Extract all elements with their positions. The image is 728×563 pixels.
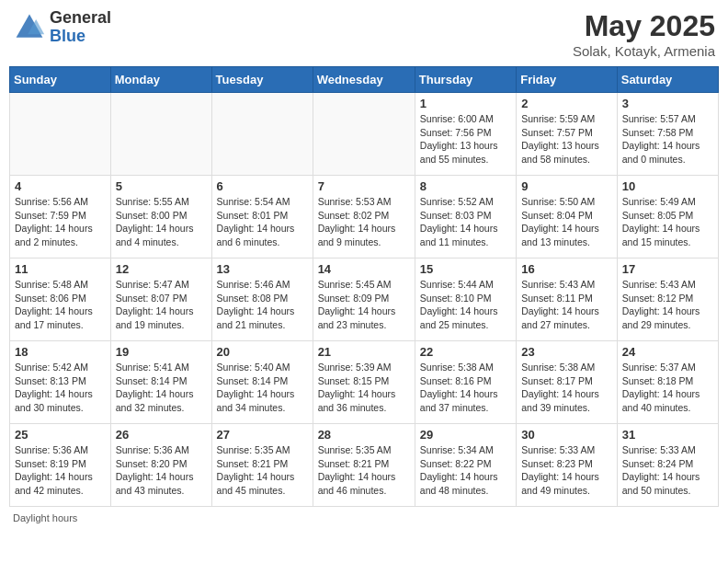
day-number: 20: [217, 345, 308, 359]
calendar-day-6: 6Sunrise: 5:54 AM Sunset: 8:01 PM Daylig…: [211, 176, 313, 259]
day-info: Sunrise: 5:36 AM Sunset: 8:20 PM Dayligh…: [116, 443, 207, 498]
day-info: Sunrise: 5:52 AM Sunset: 8:03 PM Dayligh…: [420, 195, 511, 249]
calendar-table: SundayMondayTuesdayWednesdayThursdayFrid…: [9, 66, 719, 507]
calendar-day-21: 21Sunrise: 5:39 AM Sunset: 8:15 PM Dayli…: [313, 341, 415, 424]
calendar-day-5: 5Sunrise: 5:55 AM Sunset: 8:00 PM Daylig…: [110, 176, 211, 259]
day-number: 15: [420, 262, 511, 276]
calendar-day-28: 28Sunrise: 5:35 AM Sunset: 8:21 PM Dayli…: [313, 424, 415, 507]
day-number: 14: [318, 262, 410, 276]
calendar-day-7: 7Sunrise: 5:53 AM Sunset: 8:02 PM Daylig…: [313, 176, 415, 259]
calendar-day-15: 15Sunrise: 5:44 AM Sunset: 8:10 PM Dayli…: [415, 259, 516, 341]
calendar-day-29: 29Sunrise: 5:34 AM Sunset: 8:22 PM Dayli…: [415, 424, 516, 507]
day-info: Sunrise: 5:54 AM Sunset: 8:01 PM Dayligh…: [217, 195, 308, 249]
day-number: 24: [622, 345, 713, 359]
calendar-day-27: 27Sunrise: 5:35 AM Sunset: 8:21 PM Dayli…: [211, 424, 313, 507]
day-info: Sunrise: 5:41 AM Sunset: 8:14 PM Dayligh…: [116, 361, 207, 415]
calendar-dow-monday: Monday: [110, 67, 211, 93]
calendar-day-16: 16Sunrise: 5:43 AM Sunset: 8:11 PM Dayli…: [517, 259, 618, 341]
day-info: Sunrise: 5:46 AM Sunset: 8:08 PM Dayligh…: [217, 278, 308, 332]
day-number: 23: [521, 345, 612, 359]
calendar-day-3: 3Sunrise: 5:57 AM Sunset: 7:58 PM Daylig…: [617, 93, 718, 176]
calendar-day-18: 18Sunrise: 5:42 AM Sunset: 8:13 PM Dayli…: [10, 341, 111, 424]
day-number: 4: [15, 179, 106, 193]
day-info: Sunrise: 5:40 AM Sunset: 8:14 PM Dayligh…: [217, 361, 308, 415]
day-info: Sunrise: 5:42 AM Sunset: 8:13 PM Dayligh…: [15, 361, 106, 415]
calendar-day-30: 30Sunrise: 5:33 AM Sunset: 8:23 PM Dayli…: [517, 424, 618, 507]
day-number: 31: [622, 428, 713, 442]
day-info: Sunrise: 6:00 AM Sunset: 7:56 PM Dayligh…: [420, 112, 511, 167]
calendar-day-25: 25Sunrise: 5:36 AM Sunset: 8:19 PM Dayli…: [10, 424, 111, 507]
calendar-day-empty: [10, 93, 111, 176]
day-info: Sunrise: 5:55 AM Sunset: 8:00 PM Dayligh…: [116, 195, 207, 249]
day-number: 19: [116, 345, 207, 359]
day-info: Sunrise: 5:53 AM Sunset: 8:02 PM Dayligh…: [318, 195, 410, 249]
title-block: May 2025 Solak, Kotayk, Armenia: [573, 9, 715, 59]
calendar-dow-sunday: Sunday: [10, 67, 111, 93]
day-info: Sunrise: 5:50 AM Sunset: 8:04 PM Dayligh…: [521, 195, 612, 249]
day-info: Sunrise: 5:56 AM Sunset: 7:59 PM Dayligh…: [15, 195, 106, 249]
calendar-day-2: 2Sunrise: 5:59 AM Sunset: 7:57 PM Daylig…: [517, 93, 618, 176]
day-number: 1: [420, 97, 511, 110]
logo-text: General Blue: [50, 9, 111, 46]
logo-icon: [13, 11, 46, 44]
calendar-day-23: 23Sunrise: 5:38 AM Sunset: 8:17 PM Dayli…: [517, 341, 618, 424]
calendar-day-empty: [313, 93, 415, 176]
day-number: 25: [15, 428, 106, 442]
day-info: Sunrise: 5:47 AM Sunset: 8:07 PM Dayligh…: [116, 278, 207, 332]
calendar-title: May 2025: [573, 9, 715, 43]
calendar-day-12: 12Sunrise: 5:47 AM Sunset: 8:07 PM Dayli…: [110, 259, 211, 341]
day-number: 29: [420, 428, 511, 442]
day-info: Sunrise: 5:43 AM Sunset: 8:12 PM Dayligh…: [622, 278, 713, 332]
day-info: Sunrise: 5:35 AM Sunset: 8:21 PM Dayligh…: [318, 443, 410, 498]
day-info: Sunrise: 5:37 AM Sunset: 8:18 PM Dayligh…: [622, 361, 713, 415]
day-number: 22: [420, 345, 511, 359]
calendar-header-row: SundayMondayTuesdayWednesdayThursdayFrid…: [10, 67, 719, 93]
calendar-day-8: 8Sunrise: 5:52 AM Sunset: 8:03 PM Daylig…: [415, 176, 516, 259]
calendar-day-19: 19Sunrise: 5:41 AM Sunset: 8:14 PM Dayli…: [110, 341, 211, 424]
calendar-dow-tuesday: Tuesday: [211, 67, 313, 93]
calendar-day-14: 14Sunrise: 5:45 AM Sunset: 8:09 PM Dayli…: [313, 259, 415, 341]
calendar-dow-friday: Friday: [517, 67, 618, 93]
calendar-day-17: 17Sunrise: 5:43 AM Sunset: 8:12 PM Dayli…: [617, 259, 718, 341]
calendar-week-4: 18Sunrise: 5:42 AM Sunset: 8:13 PM Dayli…: [10, 341, 719, 424]
footer-note: Daylight hours: [9, 512, 719, 523]
day-info: Sunrise: 5:38 AM Sunset: 8:16 PM Dayligh…: [420, 361, 511, 415]
calendar-day-13: 13Sunrise: 5:46 AM Sunset: 8:08 PM Dayli…: [211, 259, 313, 341]
day-number: 18: [15, 345, 106, 359]
day-number: 11: [15, 262, 106, 276]
day-info: Sunrise: 5:33 AM Sunset: 8:23 PM Dayligh…: [521, 443, 612, 498]
page-header: General Blue May 2025 Solak, Kotayk, Arm…: [9, 9, 719, 59]
day-info: Sunrise: 5:48 AM Sunset: 8:06 PM Dayligh…: [15, 278, 106, 332]
day-number: 6: [217, 179, 308, 193]
logo: General Blue: [13, 9, 111, 46]
day-number: 26: [116, 428, 207, 442]
calendar-week-3: 11Sunrise: 5:48 AM Sunset: 8:06 PM Dayli…: [10, 259, 719, 341]
calendar-day-24: 24Sunrise: 5:37 AM Sunset: 8:18 PM Dayli…: [617, 341, 718, 424]
day-info: Sunrise: 5:34 AM Sunset: 8:22 PM Dayligh…: [420, 443, 511, 498]
day-info: Sunrise: 5:39 AM Sunset: 8:15 PM Dayligh…: [318, 361, 410, 415]
day-number: 12: [116, 262, 207, 276]
calendar-day-10: 10Sunrise: 5:49 AM Sunset: 8:05 PM Dayli…: [617, 176, 718, 259]
day-info: Sunrise: 5:59 AM Sunset: 7:57 PM Dayligh…: [521, 112, 612, 167]
day-number: 30: [521, 428, 612, 442]
calendar-dow-saturday: Saturday: [617, 67, 718, 93]
calendar-day-20: 20Sunrise: 5:40 AM Sunset: 8:14 PM Dayli…: [211, 341, 313, 424]
day-number: 27: [217, 428, 308, 442]
calendar-day-22: 22Sunrise: 5:38 AM Sunset: 8:16 PM Dayli…: [415, 341, 516, 424]
calendar-location: Solak, Kotayk, Armenia: [573, 43, 715, 59]
day-info: Sunrise: 5:36 AM Sunset: 8:19 PM Dayligh…: [15, 443, 106, 498]
calendar-day-31: 31Sunrise: 5:33 AM Sunset: 8:24 PM Dayli…: [617, 424, 718, 507]
day-number: 8: [420, 179, 511, 193]
day-info: Sunrise: 5:35 AM Sunset: 8:21 PM Dayligh…: [217, 443, 308, 498]
daylight-hours-label: Daylight hours: [13, 512, 77, 523]
day-info: Sunrise: 5:44 AM Sunset: 8:10 PM Dayligh…: [420, 278, 511, 332]
calendar-day-9: 9Sunrise: 5:50 AM Sunset: 8:04 PM Daylig…: [517, 176, 618, 259]
day-number: 17: [622, 262, 713, 276]
day-number: 3: [622, 97, 713, 110]
day-number: 2: [521, 97, 612, 110]
day-info: Sunrise: 5:43 AM Sunset: 8:11 PM Dayligh…: [521, 278, 612, 332]
day-info: Sunrise: 5:49 AM Sunset: 8:05 PM Dayligh…: [622, 195, 713, 249]
calendar-week-5: 25Sunrise: 5:36 AM Sunset: 8:19 PM Dayli…: [10, 424, 719, 507]
calendar-day-empty: [211, 93, 313, 176]
day-info: Sunrise: 5:33 AM Sunset: 8:24 PM Dayligh…: [622, 443, 713, 498]
